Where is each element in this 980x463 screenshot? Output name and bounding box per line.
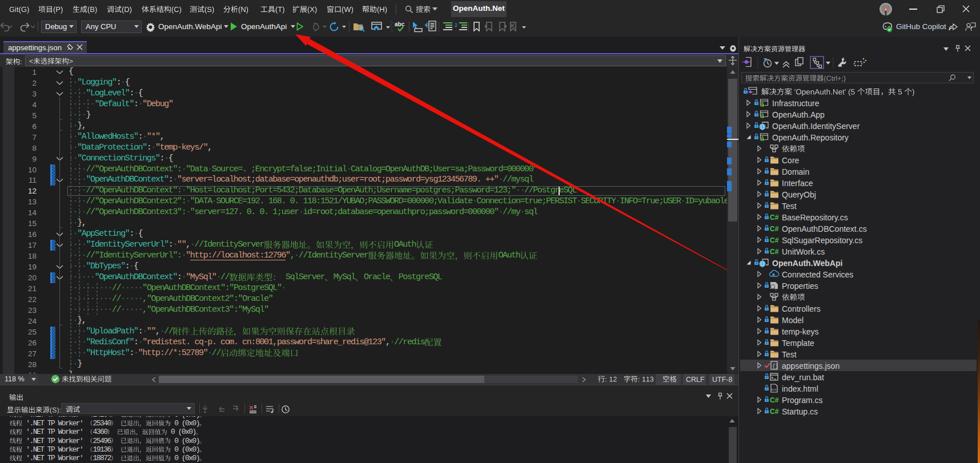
svg-text:{}: {} — [772, 364, 778, 369]
svg-text:C#: C# — [770, 236, 779, 244]
svg-text:<>: <> — [772, 388, 777, 392]
svg-text:2: 2 — [455, 22, 457, 28]
svg-text:abc: abc — [395, 21, 405, 27]
svg-text:C#: C# — [770, 248, 779, 256]
svg-text:C#: C# — [770, 396, 779, 404]
svg-text:C#: C# — [770, 225, 779, 233]
svg-text:C#: C# — [770, 214, 779, 222]
svg-text:C#: C# — [770, 408, 779, 416]
